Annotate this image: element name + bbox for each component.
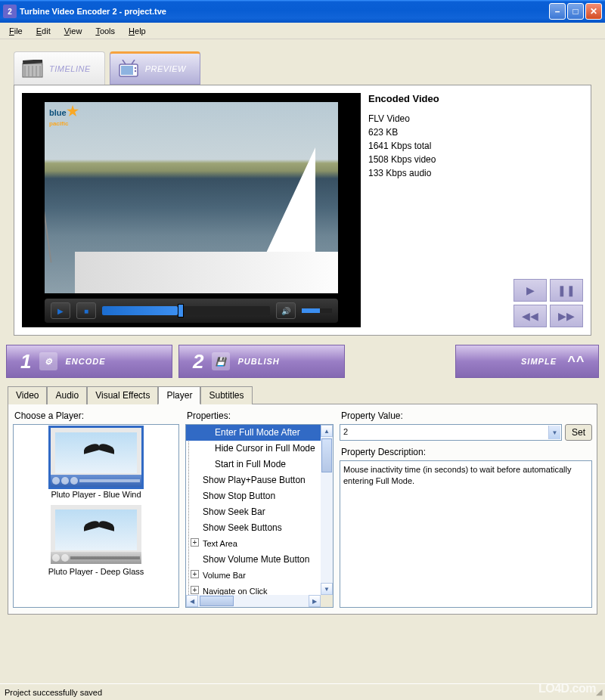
subtab-visual-effects[interactable]: Visual Effects xyxy=(87,386,158,404)
dropdown-arrow-icon[interactable]: ▼ xyxy=(548,426,560,439)
workflow-bar: 1 ⚙ ENCODE 2 💾 PUBLISH SIMPLE ^^ xyxy=(6,345,599,378)
menu-file[interactable]: File xyxy=(3,25,29,37)
properties-label: Properties: xyxy=(187,410,334,421)
property-description-label: Property Description: xyxy=(341,447,592,457)
prop-hide-cursor[interactable]: Hide Cursor in Full Mode xyxy=(186,441,321,457)
prop-volume-bar[interactable]: +Volume Bar xyxy=(186,568,321,584)
video-seek-bar[interactable] xyxy=(102,306,270,315)
player-list[interactable]: Pluto Player - Blue Wind Pluto Player - … xyxy=(13,424,179,608)
app-icon xyxy=(3,5,17,18)
prop-text-area[interactable]: +Text Area xyxy=(186,536,321,552)
svg-rect-8 xyxy=(121,66,133,75)
video-frame: blue★ pacific xyxy=(45,102,338,293)
menu-help[interactable]: Help xyxy=(123,25,152,37)
player-thumbnail xyxy=(51,505,141,564)
player-thumbnail xyxy=(51,428,141,487)
status-bar: Project successfully saved ◢ xyxy=(0,683,605,700)
subtab-video[interactable]: Video xyxy=(8,386,47,404)
menu-bar: File Edit View Tools Help xyxy=(0,23,605,39)
preview-play-button[interactable]: ▶ xyxy=(513,279,547,302)
svg-point-11 xyxy=(135,67,136,69)
main-tab-bar: TIMELINE PREVIEW xyxy=(14,51,591,85)
subtab-subtitles[interactable]: Subtitles xyxy=(200,386,252,404)
properties-vscrollbar[interactable]: ▲▼ xyxy=(321,425,333,595)
info-size: 623 KB xyxy=(368,125,583,139)
property-value-label: Property Value: xyxy=(341,410,592,421)
disk-icon: 💾 xyxy=(212,352,230,370)
player-item-blue-wind[interactable]: Pluto Player - Blue Wind xyxy=(17,428,175,499)
svg-line-10 xyxy=(132,60,135,64)
clapperboard-icon xyxy=(22,60,43,78)
tab-preview-label: PREVIEW xyxy=(145,64,186,73)
tab-preview[interactable]: PREVIEW xyxy=(110,51,200,85)
choose-player-label: Choose a Player: xyxy=(14,410,179,421)
video-player: blue★ pacific ▶ ■ 🔊 xyxy=(22,93,361,327)
subtab-player[interactable]: Player xyxy=(158,386,200,404)
svg-point-12 xyxy=(135,70,136,72)
prop-show-play-pause[interactable]: Show Play+Pause Button xyxy=(186,472,321,488)
preview-forward-button[interactable]: ▶▶ xyxy=(550,305,583,327)
player-item-deep-glass[interactable]: Pluto Player - Deep Glass xyxy=(17,505,175,576)
video-volume-button[interactable]: 🔊 xyxy=(276,302,296,319)
video-controls: ▶ ■ 🔊 xyxy=(45,299,338,323)
video-stop-button[interactable]: ■ xyxy=(76,302,96,319)
window-titlebar: Turbine Video Encoder 2 - project.tve – … xyxy=(0,0,605,23)
close-button[interactable]: ✕ xyxy=(585,3,602,20)
info-video-bitrate: 1508 Kbps video xyxy=(368,153,583,166)
prop-show-volume-mute[interactable]: Show Volume Mute Button xyxy=(186,552,321,568)
resize-grip-icon[interactable]: ◢ xyxy=(596,687,600,697)
prop-show-seek-bar[interactable]: Show Seek Bar xyxy=(186,504,321,520)
status-text: Project successfully saved xyxy=(5,688,102,697)
preview-rewind-button[interactable]: ◀◀ xyxy=(513,305,547,327)
subtab-audio[interactable]: Audio xyxy=(47,386,87,404)
video-play-button[interactable]: ▶ xyxy=(51,302,70,319)
gears-icon: ⚙ xyxy=(39,352,57,370)
prop-enter-full-mode[interactable]: Enter Full Mode After xyxy=(186,425,321,441)
prop-show-seek-buttons[interactable]: Show Seek Buttons xyxy=(186,520,321,536)
minimize-button[interactable]: – xyxy=(549,3,566,20)
info-format: FLV Video xyxy=(368,112,583,125)
property-value-combobox[interactable]: 2 ▼ xyxy=(340,424,562,441)
property-description-box: Mouse inactivity time (in seconds) to wa… xyxy=(340,460,592,608)
info-audio-bitrate: 133 Kbps audio xyxy=(368,166,583,180)
properties-tree: Enter Full Mode After Hide Cursor in Ful… xyxy=(185,424,334,608)
tab-timeline-label: TIMELINE xyxy=(49,64,91,73)
menu-tools[interactable]: Tools xyxy=(89,25,121,37)
prop-navigate-on-click[interactable]: +Navigate on Click xyxy=(186,584,321,595)
menu-view[interactable]: View xyxy=(58,25,88,37)
maximize-button[interactable]: □ xyxy=(567,3,584,20)
svg-line-9 xyxy=(123,60,126,64)
chevron-up-icon: ^^ xyxy=(567,354,585,370)
info-total-bitrate: 1641 Kbps total xyxy=(368,139,583,153)
prop-start-full-mode[interactable]: Start in Full Mode xyxy=(186,457,321,472)
tab-timeline[interactable]: TIMELINE xyxy=(14,51,105,85)
prop-show-stop[interactable]: Show Stop Button xyxy=(186,488,321,504)
tv-icon xyxy=(118,60,139,78)
step-encode[interactable]: 1 ⚙ ENCODE xyxy=(6,345,172,378)
video-volume-slider[interactable] xyxy=(302,308,332,313)
preview-panel: blue★ pacific ▶ ■ 🔊 Encoded Video FLV Vi… xyxy=(14,85,591,336)
mode-toggle-simple[interactable]: SIMPLE ^^ xyxy=(455,345,599,378)
properties-hscrollbar[interactable]: ◀▶ xyxy=(186,595,321,607)
video-watermark-logo: blue★ pacific xyxy=(49,107,79,129)
site-watermark: LO4D.com xyxy=(538,682,596,695)
window-title: Turbine Video Encoder 2 - project.tve xyxy=(20,7,166,16)
player-settings-panel: Choose a Player: Pluto Player - Blue Win… xyxy=(8,404,597,615)
encoded-video-heading: Encoded Video xyxy=(368,93,583,104)
preview-pause-button[interactable]: ❚❚ xyxy=(550,279,583,302)
menu-edit[interactable]: Edit xyxy=(30,25,57,37)
step-publish[interactable]: 2 💾 PUBLISH xyxy=(178,345,345,378)
settings-tab-bar: Video Audio Visual Effects Player Subtit… xyxy=(8,386,597,404)
set-button[interactable]: Set xyxy=(565,424,592,441)
